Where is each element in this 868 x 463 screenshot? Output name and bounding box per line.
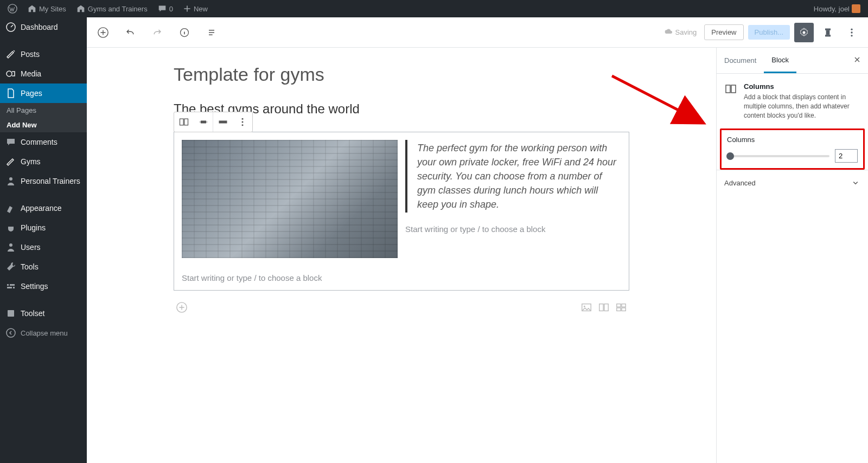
howdy-label: Howdy, joel (814, 5, 850, 13)
site-name-menu[interactable]: Gyms and Trainers (73, 4, 151, 14)
my-sites-menu[interactable]: My Sites (24, 4, 69, 14)
svg-point-0 (8, 4, 17, 13)
howdy-menu[interactable]: Howdy, joel (810, 4, 864, 13)
site-name-label: Gyms and Trainers (88, 5, 148, 13)
wp-logo-menu[interactable] (4, 4, 21, 14)
new-content-menu[interactable]: New (180, 4, 211, 13)
new-label: New (194, 5, 208, 13)
comments-menu[interactable]: 0 (154, 4, 176, 14)
comments-count: 0 (169, 5, 173, 13)
my-sites-label: My Sites (39, 5, 66, 13)
user-avatar-icon (852, 4, 860, 13)
admin-bar: My Sites Gyms and Trainers 0 New Howdy, … (0, 0, 868, 17)
